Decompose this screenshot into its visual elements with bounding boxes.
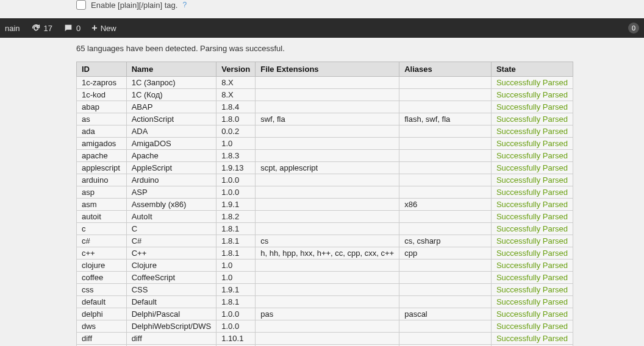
th-version: Version	[216, 62, 256, 77]
state-link[interactable]: Successfully Parsed	[496, 224, 568, 233]
toolbar-site-name[interactable]: nain	[5, 24, 20, 33]
cell-id: applescript	[77, 162, 127, 174]
cell-id: clojure	[77, 260, 127, 272]
cell-name: CSS	[126, 284, 216, 296]
cell-state: Successfully Parsed	[491, 308, 573, 320]
table-row: cssCSS1.9.1Successfully Parsed	[77, 284, 573, 296]
cell-aliases	[399, 89, 492, 101]
state-link[interactable]: Successfully Parsed	[496, 285, 568, 294]
cell-state: Successfully Parsed	[491, 125, 573, 138]
cell-name: 1C (Код)	[126, 89, 216, 101]
cell-extensions	[256, 125, 399, 138]
state-link[interactable]: Successfully Parsed	[496, 102, 568, 111]
cell-state: Successfully Parsed	[491, 150, 573, 162]
cell-aliases	[399, 211, 492, 223]
cell-state: Successfully Parsed	[491, 211, 573, 223]
state-link[interactable]: Successfully Parsed	[496, 200, 568, 209]
cell-name: C++	[126, 247, 216, 260]
toolbar-new[interactable]: + New	[91, 23, 116, 33]
cell-state: Successfully Parsed	[491, 186, 573, 199]
cell-name: ActionScript	[126, 113, 216, 125]
cell-name: DelphiWebScript/DWS	[126, 320, 216, 333]
cell-aliases	[399, 223, 492, 235]
table-row: aspASP1.0.0Successfully Parsed	[77, 186, 573, 199]
toolbar-refresh[interactable]: 17	[31, 23, 52, 33]
enable-plain-tag-row: Enable [plain][/plain] tag. ?	[76, 0, 644, 10]
cell-id: autoit	[77, 211, 127, 223]
cell-version: 1.0.0	[216, 308, 256, 320]
th-extensions: File Extensions	[256, 62, 399, 77]
toolbar-refresh-count: 17	[44, 24, 52, 33]
cell-state: Successfully Parsed	[491, 247, 573, 260]
table-row: apacheApache1.8.3Successfully Parsed	[77, 150, 573, 162]
cell-version: 1.8.1	[216, 235, 256, 247]
cell-state: Successfully Parsed	[491, 296, 573, 308]
table-row: delphiDelphi/Pascal1.0.0paspascalSuccess…	[77, 308, 573, 320]
cell-state: Successfully Parsed	[491, 320, 573, 333]
cell-id: coffee	[77, 272, 127, 284]
state-link[interactable]: Successfully Parsed	[496, 127, 568, 136]
cell-extensions: h, hh, hpp, hxx, h++, cc, cpp, cxx, c++	[256, 247, 399, 260]
cell-aliases	[399, 186, 492, 199]
cell-version: 1.9.1	[216, 199, 256, 211]
cell-id: 1c-zapros	[77, 77, 127, 89]
cell-id: c	[77, 223, 127, 235]
cell-extensions	[256, 101, 399, 113]
state-link[interactable]: Successfully Parsed	[496, 188, 568, 197]
th-aliases: Aliases	[399, 62, 492, 77]
table-header-row: ID Name Version File Extensions Aliases …	[77, 62, 573, 77]
state-link[interactable]: Successfully Parsed	[496, 334, 568, 343]
cell-version: 1.9.13	[216, 162, 256, 174]
cell-state: Successfully Parsed	[491, 77, 573, 89]
table-row: adaADA0.0.2Successfully Parsed	[77, 125, 573, 138]
cell-aliases	[399, 260, 492, 272]
cell-id: amigados	[77, 138, 127, 150]
state-link[interactable]: Successfully Parsed	[496, 249, 568, 258]
cell-extensions	[256, 199, 399, 211]
state-link[interactable]: Successfully Parsed	[496, 90, 568, 99]
state-link[interactable]: Successfully Parsed	[496, 297, 568, 306]
cell-state: Successfully Parsed	[491, 272, 573, 284]
th-name: Name	[126, 62, 216, 77]
toolbar-new-label: New	[101, 24, 116, 33]
cell-version: 1.0.0	[216, 174, 256, 186]
state-link[interactable]: Successfully Parsed	[496, 175, 568, 185]
cell-id: ada	[77, 125, 127, 138]
state-link[interactable]: Successfully Parsed	[496, 236, 568, 245]
cell-version: 1.10.1	[216, 333, 256, 345]
state-link[interactable]: Successfully Parsed	[496, 322, 568, 331]
cell-version: 1.9.1	[216, 284, 256, 296]
enable-plain-tag-checkbox[interactable]	[76, 0, 86, 10]
cell-state: Successfully Parsed	[491, 284, 573, 296]
state-link[interactable]: Successfully Parsed	[496, 212, 568, 221]
state-link[interactable]: Successfully Parsed	[496, 163, 568, 172]
toolbar-comments[interactable]: 0	[63, 23, 80, 33]
toolbar-notification-badge[interactable]: 0	[628, 23, 639, 34]
table-row: cC1.8.1Successfully Parsed	[77, 223, 573, 235]
cell-version: 1.0.0	[216, 320, 256, 333]
cell-aliases	[399, 284, 492, 296]
cell-name: AutoIt	[126, 211, 216, 223]
cell-name: Default	[126, 296, 216, 308]
cell-version: 1.8.3	[216, 150, 256, 162]
cell-id: default	[77, 296, 127, 308]
state-link[interactable]: Successfully Parsed	[496, 151, 568, 160]
cell-name: Delphi/Pascal	[126, 308, 216, 320]
state-link[interactable]: Successfully Parsed	[496, 139, 568, 148]
cell-extensions	[256, 260, 399, 272]
state-link[interactable]: Successfully Parsed	[496, 261, 568, 270]
cell-id: asp	[77, 186, 127, 199]
cell-version: 1.8.1	[216, 247, 256, 260]
state-link[interactable]: Successfully Parsed	[496, 78, 568, 87]
help-icon[interactable]: ?	[182, 1, 187, 9]
plus-icon: +	[91, 23, 97, 33]
cell-state: Successfully Parsed	[491, 223, 573, 235]
state-link[interactable]: Successfully Parsed	[496, 273, 568, 282]
cell-version: 1.8.1	[216, 296, 256, 308]
toolbar-site-label: nain	[5, 24, 20, 33]
cell-name: 1C (Запрос)	[126, 77, 216, 89]
state-link[interactable]: Successfully Parsed	[496, 309, 568, 319]
cell-id: apache	[77, 150, 127, 162]
state-link[interactable]: Successfully Parsed	[496, 115, 568, 124]
th-state: State	[491, 62, 573, 77]
